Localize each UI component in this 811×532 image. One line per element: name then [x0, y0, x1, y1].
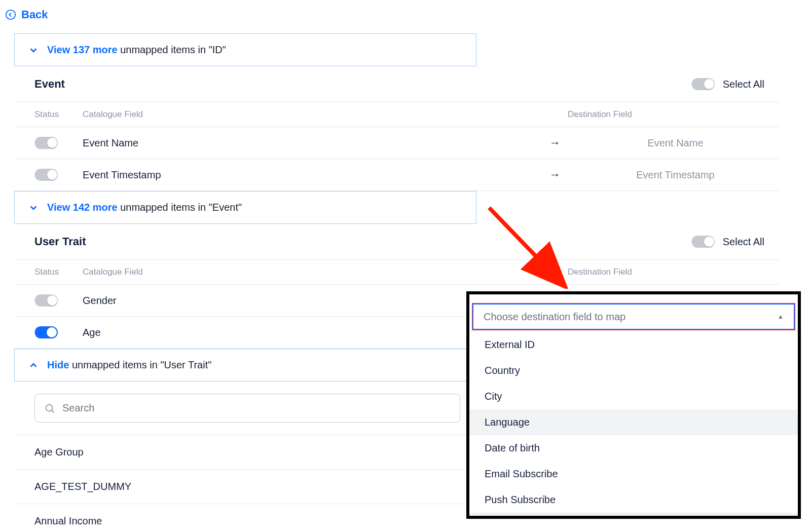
combobox-placeholder: Choose destination field to map: [484, 311, 625, 323]
trait-select-all-toggle[interactable]: [691, 236, 715, 248]
chevron-down-icon: [28, 45, 39, 56]
back-label: Back: [21, 8, 48, 21]
view-more-event-suffix: unmapped items in "Event": [120, 202, 242, 213]
row-catalogue-field: Event Timestamp: [83, 169, 514, 181]
combobox-listbox: External ID Country City Language Date o…: [469, 332, 798, 513]
trait-col-status: Status: [34, 267, 83, 277]
event-select-all-label: Select All: [723, 79, 764, 90]
trait-col-dest: Destination Field: [568, 267, 781, 277]
chevron-down-icon: [28, 202, 39, 213]
caret-up-icon: ▲: [778, 313, 784, 320]
trait-search-input[interactable]: [62, 402, 451, 414]
svg-line-2: [52, 410, 54, 412]
row-toggle[interactable]: [34, 169, 58, 181]
trait-select-all-label: Select All: [723, 236, 764, 248]
row-toggle[interactable]: [34, 137, 58, 149]
hide-trait-suffix: unmapped items in "User Trait": [72, 359, 211, 370]
view-more-id[interactable]: View 137 more unmapped items in "ID": [14, 33, 476, 66]
view-more-event-count: View 142 more: [47, 202, 118, 213]
event-section-header: Event Select All: [14, 66, 781, 102]
destination-field-combobox[interactable]: Choose destination field to map ▲: [472, 303, 795, 330]
svg-point-1: [46, 404, 53, 411]
combobox-option[interactable]: External ID: [469, 332, 798, 358]
event-col-status: Status: [34, 109, 83, 120]
combobox-option[interactable]: Email Subscribe: [469, 461, 798, 487]
row-destination-field: Event Timestamp: [570, 169, 781, 181]
trait-col-cat: Catalogue Field: [83, 267, 568, 277]
event-row: Event Name → Event Name: [14, 127, 781, 159]
event-column-headers: Status Catalogue Field Destination Field: [14, 102, 781, 127]
arrow-right-icon: →: [549, 168, 561, 181]
trait-section-header: User Trait Select All: [14, 224, 781, 260]
view-more-id-count: View 137 more: [47, 44, 118, 55]
arrow-right-icon: →: [549, 136, 561, 149]
row-catalogue-field: Age: [83, 327, 514, 338]
row-destination-field: Event Name: [570, 137, 781, 149]
combobox-option[interactable]: Country: [469, 358, 798, 384]
event-select-all-toggle[interactable]: [691, 78, 715, 90]
row-toggle[interactable]: [34, 326, 58, 338]
search-icon: [44, 403, 55, 414]
destination-field-popover: Choose destination field to map ▲ Extern…: [466, 291, 801, 519]
event-col-dest: Destination Field: [568, 109, 781, 120]
combobox-option[interactable]: Push Subscribe: [469, 487, 798, 513]
combobox-option[interactable]: City: [469, 384, 798, 409]
chevron-up-icon: [28, 360, 39, 371]
trait-section-title: User Trait: [34, 235, 86, 248]
svg-point-0: [6, 10, 15, 19]
view-more-id-suffix: unmapped items in "ID": [120, 44, 226, 55]
event-section-title: Event: [34, 78, 65, 91]
hide-trait-prefix: Hide: [47, 359, 69, 370]
event-col-cat: Catalogue Field: [83, 109, 568, 120]
view-more-event[interactable]: View 142 more unmapped items in "Event": [14, 191, 476, 224]
event-row: Event Timestamp → Event Timestamp: [14, 159, 781, 191]
trait-column-headers: Status Catalogue Field Destination Field: [14, 260, 781, 285]
hide-trait-items[interactable]: Hide unmapped items in "User Trait": [14, 349, 476, 382]
row-catalogue-field: Gender: [83, 295, 514, 307]
row-catalogue-field: Event Name: [83, 137, 514, 149]
combobox-option[interactable]: Language: [469, 409, 798, 435]
combobox-option[interactable]: Date of birth: [469, 435, 798, 461]
chevron-left-circle-icon: [5, 9, 16, 20]
trait-search-box[interactable]: [34, 394, 460, 423]
back-link[interactable]: Back: [0, 0, 811, 33]
row-toggle[interactable]: [34, 294, 58, 307]
